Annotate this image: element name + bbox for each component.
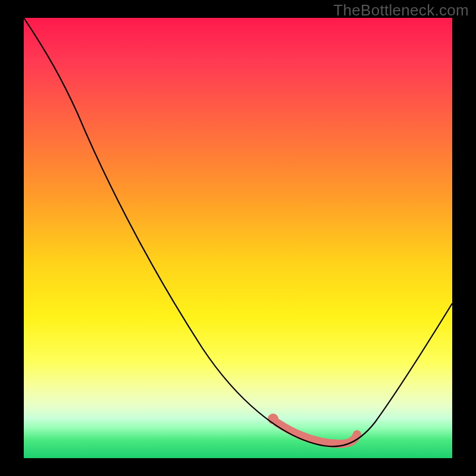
plot-area (24, 18, 452, 458)
bottleneck-curve (24, 18, 452, 446)
curve-layer (24, 18, 452, 458)
watermark-text: TheBottleneck.com (333, 1, 469, 20)
chart-container: TheBottleneck.com (0, 0, 476, 476)
